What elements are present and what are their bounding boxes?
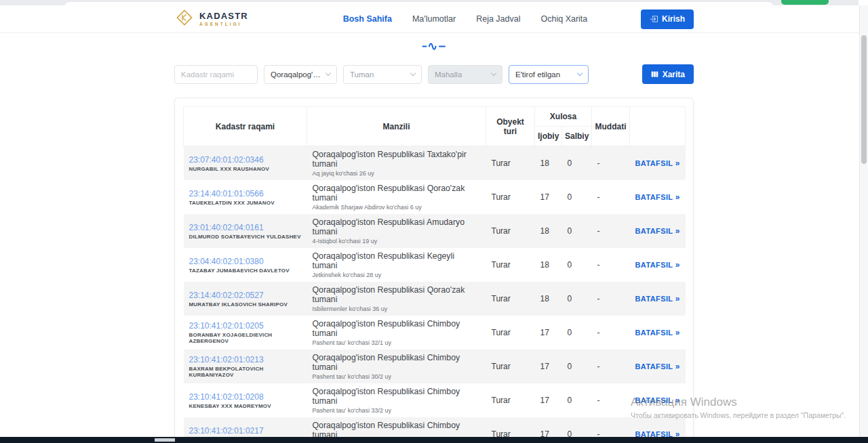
main-nav: Bosh Sahifa Ma'lumotlar Reja Jadval Ochi… (290, 14, 641, 24)
owner-name: TAUEKELATDIN XXX JUMANOV (189, 200, 302, 206)
batafsil-label: BATAFSIL (635, 396, 673, 404)
kadastr-number-link[interactable]: 23:04:40:02:01:0380 (189, 257, 302, 266)
address-main: Qoraqalpog'iston Respublikasi Taxtako'pi… (313, 150, 481, 169)
region-select-value: Qoraqalpog'iston ... (271, 70, 322, 79)
kadastr-logo[interactable]: KADASTR AGENTLIGI (174, 7, 290, 30)
results-table: Kadastr raqami Manzili Obyekt turi Xulos… (183, 106, 686, 443)
muddati-cell: - (592, 350, 630, 383)
table-row: 23:10:41:02:01:0208 KENESBAY XXX MADREYM… (184, 383, 686, 417)
kadastr-number-link[interactable]: 23:10:41:02:01:0208 (189, 392, 302, 402)
kadastr-number-link[interactable]: 23:14:40:01:01:0566 (189, 189, 302, 198)
muddati-cell: - (592, 180, 630, 214)
salbiy-cell: 0 (562, 350, 592, 383)
batafsil-link[interactable]: BATAFSIL » (635, 362, 680, 371)
nav-ochiq-xarita[interactable]: Ochiq Xarita (541, 14, 588, 24)
kadastr-number-link[interactable]: 23:10:41:02:01:0217 (189, 426, 302, 436)
address-street: Aq jayiq ko'chasi 26 uy (313, 170, 481, 177)
address-street: Isbilermenler ko'chasi 36 uy (313, 305, 481, 312)
address-main: Qoraqalpog'iston Respublikasi Chimboy tu… (313, 353, 481, 372)
taskbar-fragment (155, 438, 175, 442)
double-chevron-right-icon: » (675, 226, 680, 236)
muddati-cell: - (592, 248, 630, 282)
columns-icon (651, 70, 658, 78)
kadastr-logo-icon (174, 7, 195, 30)
login-button[interactable]: Kirish (641, 9, 694, 29)
status-select[interactable]: E'tirof etilgan (509, 65, 589, 84)
batafsil-label: BATAFSIL (635, 227, 673, 235)
salbiy-cell: 0 (562, 282, 592, 316)
browser-green-button-fragment (781, 0, 829, 5)
muddati-cell: - (592, 146, 630, 181)
owner-name: BORANBAY XOJAGELDIEVICH AZBERGENOV (189, 332, 302, 344)
owner-name: BAXRAM BEKPOLATOVICH KURBANIYAZOV (189, 366, 302, 378)
address-street: Akademik Sharjaw Abdirov ko'chasi 6 uy (313, 204, 481, 211)
address-main: Qoraqalpog'iston Respublikasi Qorao'zak … (313, 285, 481, 304)
batafsil-link[interactable]: BATAFSIL » (635, 396, 680, 404)
col-header-obyekt: Obyekt turi (486, 107, 535, 146)
mahalla-select-placeholder: Mahalla (435, 70, 462, 79)
status-select-value: E'tirof etilgan (515, 70, 560, 79)
batafsil-link[interactable]: BATAFSIL » (635, 261, 680, 269)
batafsil-link[interactable]: BATAFSIL » (635, 295, 680, 303)
address-main: Qoraqalpog'iston Respublikasi Chimboy tu… (313, 387, 481, 406)
batafsil-label: BATAFSIL (635, 193, 673, 201)
vertical-scrollbar[interactable] (859, 5, 868, 437)
scrollbar-thumb[interactable] (861, 35, 867, 164)
table-row: 23:14:40:02:02:0527 MURATBAY IKLASOVICH … (184, 282, 686, 316)
filter-bar: Qoraqalpog'iston ... Tuman Mahalla E'tir… (174, 64, 694, 84)
address-street: Jetkinshek ko'chasi 28 uy (313, 272, 481, 278)
kadastr-number-input[interactable] (174, 65, 258, 84)
address-street: Pashent tau' ko'chasi 33/2 uy (313, 407, 481, 414)
double-chevron-right-icon: » (675, 159, 680, 168)
object-type-cell: Turar (486, 350, 535, 383)
kadastr-number-link[interactable]: 23:10:41:02:01:0213 (189, 355, 302, 364)
browser-chrome-fragment (0, 0, 859, 5)
table-row: 23:10:41:02:01:0205 BORANBAY XOJAGELDIEV… (184, 316, 686, 350)
batafsil-link[interactable]: BATAFSIL » (635, 227, 680, 235)
double-chevron-right-icon: » (675, 260, 680, 270)
table-row: 23:04:40:02:01:0380 TAZABAY JUMABAEVICH … (184, 248, 686, 282)
batafsil-link[interactable]: BATAFSIL » (635, 193, 680, 201)
address-street: 4-Istiqbol ko'chasi 19 uy (313, 238, 481, 245)
ijobiy-cell: 17 (535, 350, 562, 383)
nav-reja-jadval[interactable]: Reja Jadval (476, 14, 520, 24)
sign-in-icon (650, 15, 658, 23)
address-main: Qoraqalpog'iston Respublikasi Chimboy tu… (313, 319, 481, 338)
region-select[interactable]: Qoraqalpog'iston ... (264, 65, 337, 84)
chevron-down-icon (410, 70, 416, 76)
object-type-cell: Turar (486, 214, 535, 248)
table-row: 23:10:41:02:01:0213 BAXRAM BEKPOLATOVICH… (184, 350, 686, 383)
kadastr-number-link[interactable]: 23:01:40:02:04:0161 (189, 223, 302, 232)
map-button-label: Xarita (663, 70, 685, 79)
table-row: 23:14:40:01:01:0566 TAUEKELATDIN XXX JUM… (184, 180, 686, 214)
object-type-cell: Turar (486, 316, 535, 350)
col-header-xulosa: Xulosa (535, 107, 592, 127)
object-type-cell: Turar (486, 282, 535, 316)
address-main: Qoraqalpog'iston Respublikasi Qorao'zak … (313, 184, 481, 203)
salbiy-cell: 0 (562, 180, 592, 214)
batafsil-link[interactable]: BATAFSIL » (635, 329, 680, 337)
kadastr-number-link[interactable]: 23:10:41:02:01:0205 (189, 321, 302, 331)
mahalla-select: Mahalla (428, 65, 502, 84)
object-type-cell: Turar (486, 248, 535, 282)
salbiy-cell: 0 (562, 383, 592, 417)
kadastr-number-link[interactable]: 23:14:40:02:02:0527 (189, 291, 302, 300)
col-header-salbiy: Salbiy (562, 127, 592, 146)
muddati-cell: - (592, 383, 630, 417)
nav-malumotlar[interactable]: Ma'lumotlar (412, 14, 456, 24)
ijobiy-cell: 18 (535, 248, 562, 282)
batafsil-link[interactable]: BATAFSIL » (635, 159, 680, 167)
table-row: 23:01:40:02:04:0161 DILMUROD SOATBAYEVIC… (184, 214, 686, 248)
ijobiy-cell: 18 (535, 146, 562, 181)
double-chevron-right-icon: » (675, 192, 680, 202)
tuman-select-placeholder: Tuman (350, 70, 374, 79)
tuman-select[interactable]: Tuman (343, 65, 422, 84)
ijobiy-cell: 17 (535, 180, 562, 214)
muddati-cell: - (592, 316, 630, 350)
main-content: Qoraqalpog'iston ... Tuman Mahalla E'tir… (174, 64, 694, 443)
map-button[interactable]: Xarita (642, 64, 694, 84)
double-chevron-right-icon: » (675, 294, 680, 303)
kadastr-number-link[interactable]: 23:07:40:01:02:0346 (189, 155, 302, 165)
nav-bosh-sahifa[interactable]: Bosh Sahifa (343, 14, 392, 24)
footer-strip (0, 437, 868, 443)
